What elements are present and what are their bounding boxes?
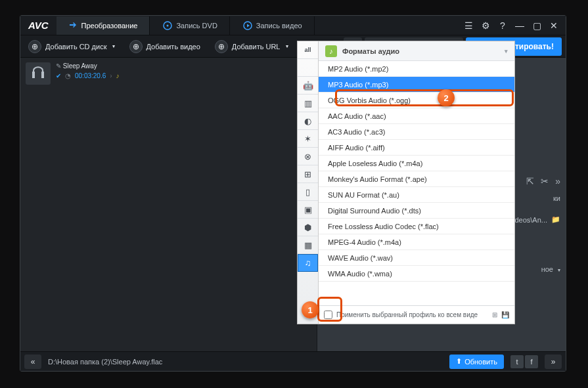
upload-icon: ⬆ [456, 357, 462, 366]
window-controls: ☰ ⚙ ? — ▢ ✕ [463, 20, 563, 31]
cat-video-icon[interactable]: ▦ [298, 236, 318, 254]
file-info: ✎ Sleep Away ✔ ◔ 00:03:20.6 › ♪ [56, 62, 120, 85]
file-list: ✎ Sleep Away ✔ ◔ 00:03:20.6 › ♪ [20, 58, 317, 351]
gear-icon[interactable]: ⚙ [480, 20, 491, 31]
svg-point-1 [167, 24, 169, 26]
cut-icon[interactable]: ✂ [541, 176, 549, 186]
add-url-button[interactable]: ⊕ Добавить URL ▾ [211, 37, 292, 56]
format-item[interactable]: Apple Loseless Audio (*.m4a) [319, 156, 514, 171]
cat-all[interactable]: all [298, 41, 318, 59]
collapse-button[interactable]: « [24, 355, 41, 369]
tab-record[interactable]: Запись видео [231, 16, 315, 35]
btn-label: Добавить URL [232, 43, 281, 51]
add-profile-icon[interactable]: ⊞ [492, 311, 497, 318]
format-item[interactable]: MPEG-4 Audio (*.m4a) [319, 234, 514, 250]
side-tools: ⇱ ✂ » [526, 176, 560, 186]
twitter-icon[interactable]: t [510, 355, 524, 368]
disc-icon [163, 21, 172, 30]
statusbar: « D:\Новая папка (2)\Sleep Away.flac ⬆ О… [20, 351, 566, 371]
cat-html5-icon[interactable]: ⬢ [298, 219, 318, 236]
btn-label: Добавить CD диск [45, 43, 107, 51]
titlebar: AVC Преобразование Запись DVD Запись вид… [20, 16, 566, 35]
clock-icon: ◔ [65, 72, 71, 79]
format-label: WAVE Audio (*.wav) [328, 254, 393, 262]
play-icon [243, 21, 252, 30]
side-line[interactable]: ное ▾ [541, 265, 560, 273]
audio-category-icon: ♪ [325, 45, 337, 57]
add-video-button[interactable]: ⊕ Добавить видео [125, 37, 204, 56]
minimize-icon[interactable]: — [514, 20, 525, 31]
tab-dvd[interactable]: Запись DVD [151, 16, 229, 35]
audio-thumbnail-icon [26, 62, 51, 85]
format-label: Monkey's Audio Format (*.ape) [328, 175, 427, 183]
chevron-right-icon: › [110, 72, 112, 79]
format-item[interactable]: WAVE Audio (*.wav) [319, 250, 514, 266]
cat-sony-icon[interactable]: ◐ [298, 112, 318, 130]
format-label: Digital Surround Audio (*.dts) [328, 207, 421, 215]
facebook-icon[interactable]: f [525, 355, 538, 368]
format-item[interactable]: MP2 Audio (*.mp2) [319, 61, 514, 77]
update-label: Обновить [464, 358, 497, 366]
format-list-header[interactable]: ♪ Форматы аудио ▾ [319, 41, 514, 61]
save-profile-icon[interactable]: 💾 [501, 311, 509, 318]
side-header: ки [553, 194, 560, 202]
video-add-icon: ⊕ [129, 40, 143, 53]
format-item[interactable]: Free Lossless Audio Codec (*.flac) [319, 219, 514, 234]
list-icon[interactable]: ☰ [463, 20, 474, 31]
annotation-marker-2: 2 [438, 89, 455, 106]
cat-android-icon[interactable]: 🤖 [298, 77, 318, 95]
format-item[interactable]: OGG Vorbis Audio (*.ogg) [319, 93, 514, 108]
side-line-text: ное [541, 265, 553, 273]
annotation-marker-1: 1 [302, 301, 319, 318]
expand-button[interactable]: » [545, 355, 562, 369]
format-item[interactable]: MP3 Audio (*.mp3) [319, 77, 514, 93]
folder-icon[interactable]: 📁 [551, 215, 560, 224]
music-note-icon: ♪ [116, 72, 120, 79]
format-label: MP3 Audio (*.mp3) [328, 81, 388, 89]
update-button[interactable]: ⬆ Обновить [449, 355, 504, 369]
chevron-icon[interactable]: » [555, 176, 560, 186]
tab-convert[interactable]: Преобразование [57, 16, 150, 35]
format-item[interactable]: Digital Surround Audio (*.dts) [319, 203, 514, 219]
pencil-icon[interactable]: ✎ Sleep Away [56, 62, 120, 70]
disc-add-icon: ⊕ [28, 40, 41, 53]
chevron-down-icon: ▾ [286, 43, 288, 49]
dropdown-footer: Применить выбранный профиль ко всем виде… [319, 305, 514, 324]
close-icon[interactable]: ✕ [549, 20, 559, 31]
apply-all-label: Применить выбранный профиль ко всем виде [336, 311, 478, 318]
cat-audio-icon[interactable]: ♫ [298, 254, 318, 272]
format-label: Free Lossless Audio Codec (*.flac) [328, 223, 439, 230]
format-item[interactable]: Monkey's Audio Format (*.ape) [319, 171, 514, 187]
tab-label: Преобразование [81, 22, 138, 30]
format-item[interactable]: SUN AU Format (*.au) [319, 187, 514, 203]
format-item[interactable]: AAC Audio (*.aac) [319, 108, 514, 124]
file-item[interactable]: ✎ Sleep Away ✔ ◔ 00:03:20.6 › ♪ [20, 58, 317, 89]
cat-apple-icon[interactable] [298, 59, 318, 77]
url-add-icon: ⊕ [215, 40, 228, 53]
chevron-down-icon: ▾ [112, 43, 115, 49]
check-icon[interactable]: ✔ [56, 72, 61, 79]
export-icon[interactable]: ⇱ [526, 176, 534, 186]
format-label: SUN AU Format (*.au) [328, 191, 399, 199]
cat-huawei-icon[interactable]: ✶ [298, 130, 318, 148]
tab-label: Запись видео [256, 22, 302, 30]
cat-windows-icon[interactable]: ⊞ [298, 165, 318, 183]
cat-mobile-icon[interactable]: ▯ [298, 183, 318, 201]
cat-samsung-icon[interactable]: ▥ [298, 95, 318, 112]
category-sidebar: all 🤖 ▥ ◐ ✶ ⊗ ⊞ ▯ ▣ ⬢ ▦ ♫ [298, 41, 319, 324]
format-item[interactable]: AC3 Audio (*.ac3) [319, 124, 514, 140]
cat-tv-icon[interactable]: ▣ [298, 201, 318, 219]
format-item[interactable]: AIFF Audio (*.aiff) [319, 140, 514, 156]
cat-xbox-icon[interactable]: ⊗ [298, 148, 318, 165]
format-label: AC3 Audio (*.ac3) [328, 128, 385, 136]
file-meta: ✔ ◔ 00:03:20.6 › ♪ [56, 72, 120, 79]
add-cd-button[interactable]: ⊕ Добавить CD диск ▾ [24, 37, 119, 56]
format-item[interactable]: WMA Audio (*.wma) [319, 266, 514, 282]
btn-label: Добавить видео [147, 43, 200, 51]
help-icon[interactable]: ? [497, 20, 508, 31]
maximize-icon[interactable]: ▢ [531, 20, 542, 31]
status-path: D:\Новая папка (2)\Sleep Away.flac [48, 358, 162, 366]
format-label: AAC Audio (*.aac) [328, 112, 386, 120]
apply-all-checkbox[interactable] [324, 311, 332, 319]
app-logo: AVC [23, 20, 57, 31]
